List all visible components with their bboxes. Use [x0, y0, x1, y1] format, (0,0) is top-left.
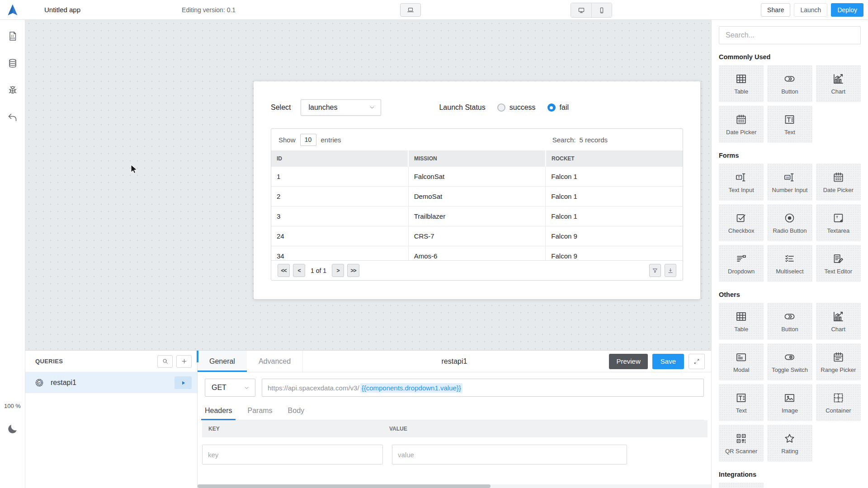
- column-header-mission[interactable]: MISSION: [409, 150, 546, 167]
- deploy-button[interactable]: Deploy: [831, 3, 863, 17]
- widget-card-qr-scanner[interactable]: QR Scanner: [719, 425, 764, 462]
- preview-button[interactable]: Preview: [609, 354, 647, 369]
- tab-advanced[interactable]: Advanced: [247, 351, 302, 372]
- widgets-sidebar: Commonly UsedTableButtonChartDate Picker…: [711, 20, 868, 488]
- widget-label: Button: [781, 88, 798, 95]
- widget-label: Range Picker: [821, 366, 856, 373]
- horizontal-scrollbar[interactable]: [198, 484, 711, 488]
- filter-button[interactable]: [649, 264, 661, 277]
- widget-card-toggle-switch[interactable]: Toggle Switch: [767, 343, 812, 380]
- table-cell: DemoSat: [409, 187, 546, 206]
- page-size-input[interactable]: [300, 134, 316, 146]
- table-row[interactable]: 34Amos-6Falcon 9: [271, 246, 683, 260]
- query-item-restapi1[interactable]: APIrestapi1: [25, 372, 197, 393]
- table-row[interactable]: 3TrailblazerFalcon 1: [271, 206, 683, 226]
- dropdown-value: launches: [308, 103, 337, 112]
- url-input[interactable]: https://api.spacexdata.com/v3/ {{compone…: [262, 379, 704, 397]
- widget-label: Chart: [831, 326, 845, 333]
- center-column: Select launches Launch Status successfai…: [25, 20, 711, 488]
- app-title[interactable]: Untitled app: [44, 6, 80, 14]
- widget-label: Date Picker: [823, 187, 854, 193]
- widget-card-button[interactable]: Button: [767, 303, 812, 340]
- widget-card-textarea[interactable]: TTextarea: [816, 204, 861, 241]
- save-button[interactable]: Save: [652, 354, 684, 369]
- widget-card-table[interactable]: Table: [719, 65, 764, 102]
- json-file-button[interactable]: {:}JSON: [7, 31, 18, 42]
- column-header-id[interactable]: ID: [271, 150, 409, 167]
- chart-icon: [832, 310, 844, 323]
- widget-card-range-picker[interactable]: Range Picker: [816, 343, 861, 380]
- radio-option-fail[interactable]: fail: [547, 103, 569, 112]
- tab-general[interactable]: General: [198, 351, 247, 372]
- scrollbar-thumb[interactable]: [198, 484, 491, 488]
- desktop-view-button[interactable]: [571, 3, 591, 17]
- mobile-view-button[interactable]: [591, 3, 612, 17]
- expand-button[interactable]: [689, 354, 705, 369]
- app-logo[interactable]: [0, 4, 25, 16]
- http-method-select[interactable]: GET: [205, 379, 255, 397]
- widget-card-text[interactable]: Text: [719, 384, 764, 421]
- table-row[interactable]: 2DemoSatFalcon 1: [271, 187, 683, 206]
- widget-search-input[interactable]: [719, 26, 861, 44]
- table-row[interactable]: 24CRS-7Falcon 9: [271, 226, 683, 246]
- url-expression-text: {{components.dropdown1.value}}: [360, 383, 462, 393]
- header-key-input[interactable]: [202, 445, 383, 465]
- widget-card-chart[interactable]: Chart: [816, 65, 861, 102]
- widget-card-table[interactable]: Table: [719, 303, 764, 340]
- radio-option-success[interactable]: success: [497, 103, 536, 112]
- last-page-button[interactable]: >>: [347, 264, 359, 277]
- launch-button[interactable]: Launch: [794, 3, 827, 17]
- prev-page-button[interactable]: <: [293, 264, 305, 277]
- cursor-icon: [128, 164, 139, 174]
- canvas-device-button[interactable]: [400, 3, 421, 17]
- search-queries-button[interactable]: [157, 355, 173, 368]
- widget-card-dropdown[interactable]: Dropdown: [719, 245, 764, 282]
- download-button[interactable]: [665, 264, 676, 277]
- widget-card-text[interactable]: Text: [767, 106, 812, 143]
- table-cell: 24: [271, 226, 409, 246]
- table-cell: Falcon 1: [546, 187, 683, 206]
- canvas[interactable]: Select launches Launch Status successfai…: [25, 20, 711, 350]
- column-header-rocket[interactable]: ROCKET: [546, 150, 683, 167]
- widget-card-date-picker[interactable]: Date Picker: [719, 106, 764, 143]
- widget-card-button[interactable]: Button: [767, 65, 812, 102]
- mobile-icon: [598, 6, 606, 14]
- tab-headers[interactable]: Headers: [205, 405, 232, 420]
- widget-label: Rating: [781, 448, 798, 455]
- widget-card-multiselect[interactable]: Multiselect: [767, 245, 812, 282]
- widget-grid: [719, 483, 861, 488]
- run-query-button[interactable]: [175, 376, 192, 389]
- widget-card-modal[interactable]: Modal: [719, 343, 764, 380]
- widget-label: Text: [736, 407, 747, 414]
- widget-card-checkbox[interactable]: Checkbox: [719, 204, 764, 241]
- next-page-button[interactable]: >: [332, 264, 344, 277]
- widget-card-text-editor[interactable]: Text Editor: [816, 245, 861, 282]
- widget-card-image[interactable]: Image: [767, 384, 812, 421]
- widget-card-number-input[interactable]: 10Number Input: [767, 164, 812, 201]
- datasource-button[interactable]: [7, 58, 18, 69]
- launches-dropdown[interactable]: launches: [301, 99, 381, 116]
- tab-params[interactable]: Params: [247, 405, 272, 420]
- dark-mode-toggle[interactable]: [7, 423, 19, 435]
- undo-button[interactable]: [7, 112, 18, 123]
- add-query-button[interactable]: [176, 355, 192, 368]
- widget-card-radio-button[interactable]: Radio Button: [767, 204, 812, 241]
- debug-button[interactable]: [7, 85, 18, 96]
- widget-card-container[interactable]: Container: [816, 384, 861, 421]
- editor-tabs: GeneralAdvanced: [198, 351, 303, 372]
- first-page-button[interactable]: <<: [278, 264, 290, 277]
- widget-card-chart[interactable]: Chart: [816, 303, 861, 340]
- search-value[interactable]: 5 records: [579, 136, 608, 144]
- undo-icon: [7, 112, 18, 123]
- widget-card-rating[interactable]: Rating: [767, 425, 812, 462]
- widget-label: Toggle Switch: [772, 366, 808, 373]
- header-value-input[interactable]: [392, 445, 627, 465]
- table-row[interactable]: 1FalconSatFalcon 1: [271, 167, 683, 187]
- share-button[interactable]: Share: [761, 3, 790, 17]
- app-shell: {:}JSON 100 % Select launches Launch Sta…: [0, 20, 868, 488]
- tab-body[interactable]: Body: [288, 405, 304, 420]
- widget-card-map[interactable]: [719, 483, 764, 488]
- panel-resize-handle[interactable]: [197, 351, 198, 362]
- widget-card-text-input[interactable]: TText Input: [719, 164, 764, 201]
- widget-card-date-picker[interactable]: Date Picker: [816, 164, 861, 201]
